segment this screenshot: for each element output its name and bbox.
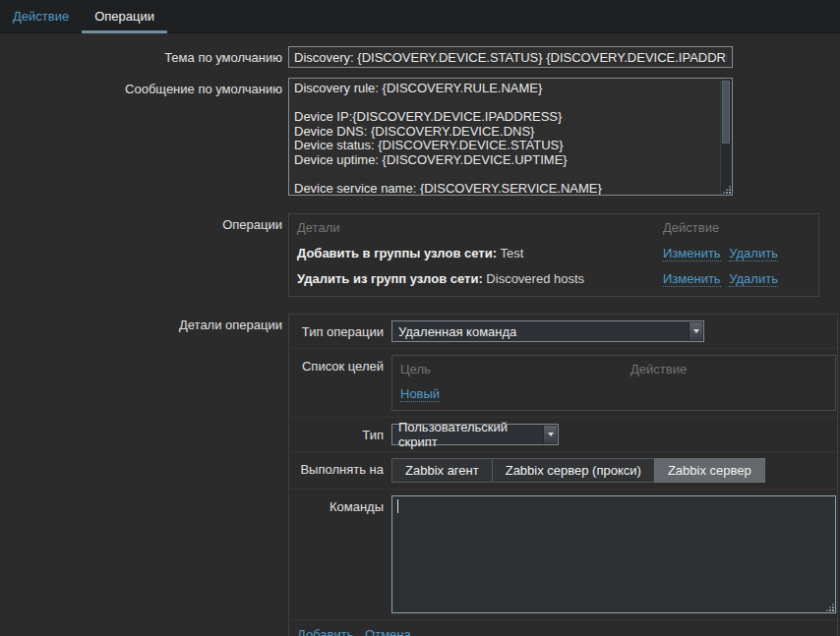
execute-on-zabbix-agent-button[interactable]: Zabbix агент xyxy=(391,458,492,483)
operations-row: Операции Детали Действие Добавить в груп… xyxy=(0,213,840,297)
table-row: Добавить в группы узлов сети: Test Измен… xyxy=(297,246,810,260)
resize-grip-icon[interactable] xyxy=(729,192,731,194)
execute-on-segmented-control: Zabbix агент Zabbix сервер (прокси) Zabb… xyxy=(391,458,765,483)
tab-action[interactable]: Действие xyxy=(0,0,82,32)
default-message-textarea[interactable]: Discovery rule: {DISCOVERY.RULE.NAME} De… xyxy=(288,78,733,196)
target-list-row: Список целей Цель Действие Новый xyxy=(289,348,837,417)
target-list-label: Список целей xyxy=(297,355,384,411)
remove-link[interactable]: Удалить xyxy=(729,271,778,287)
operation-name: Удалить из групп узлов сети: xyxy=(297,271,483,286)
default-message-row: Сообщение по умолчанию Discovery rule: {… xyxy=(0,78,840,196)
edit-link[interactable]: Изменить xyxy=(663,271,721,287)
remove-link[interactable]: Удалить xyxy=(729,246,778,261)
action-config-window: Действие Операции Тема по умолчанию Сооб… xyxy=(0,0,840,636)
dropdown-arrow-icon[interactable] xyxy=(543,426,557,443)
operations-table-header: Детали Действие xyxy=(297,220,810,235)
table-row: Удалить из групп узлов сети: Discovered … xyxy=(297,271,810,286)
default-message-label: Сообщение по умолчанию xyxy=(0,78,282,96)
type-selected-value: Пользовательский скрипт xyxy=(398,420,538,449)
default-subject-row: Тема по умолчанию xyxy=(0,46,840,68)
scrollbar-thumb[interactable] xyxy=(722,81,730,144)
execute-on-row: Выполнять на Zabbix агент Zabbix сервер … xyxy=(289,451,837,489)
operation-details-fieldset: Тип операции Удаленная команда Список це… xyxy=(288,314,838,636)
operation-type-label: Тип операции xyxy=(297,320,384,342)
type-select[interactable]: Пользовательский скрипт xyxy=(391,424,559,445)
operation-details-label: Детали операции xyxy=(0,314,282,332)
text-cursor xyxy=(397,499,398,513)
column-header-target-action: Действие xyxy=(630,362,687,376)
operation-type-select[interactable]: Удаленная команда xyxy=(391,320,704,342)
operations-table: Детали Действие Добавить в группы узлов … xyxy=(288,213,819,297)
column-header-details: Детали xyxy=(297,220,663,235)
scrollbar[interactable] xyxy=(720,79,732,195)
target-list-header: Цель Действие xyxy=(400,362,827,376)
column-header-target: Цель xyxy=(400,362,630,376)
execute-on-zabbix-server-proxy-button[interactable]: Zabbix сервер (прокси) xyxy=(492,458,654,483)
operation-name: Добавить в группы узлов сети: xyxy=(297,246,497,260)
tab-operations[interactable]: Операции xyxy=(82,0,167,32)
commands-row: Команды xyxy=(289,489,837,619)
fieldset-footer: Добавить Отмена xyxy=(289,619,837,636)
type-label: Тип xyxy=(297,424,384,445)
default-subject-label: Тема по умолчанию xyxy=(0,46,282,65)
edit-link[interactable]: Изменить xyxy=(663,246,721,261)
new-target-link[interactable]: Новый xyxy=(400,386,440,402)
operation-value: Test xyxy=(501,246,524,260)
column-header-action: Действие xyxy=(663,220,719,235)
dropdown-arrow-icon[interactable] xyxy=(689,322,702,340)
add-button[interactable]: Добавить xyxy=(297,627,353,636)
execute-on-zabbix-server-button[interactable]: Zabbix сервер xyxy=(654,458,765,483)
operations-label: Операции xyxy=(0,213,282,232)
target-list-table: Цель Действие Новый xyxy=(391,355,836,411)
operation-details-row: Детали операции Тип операции Удаленная к… xyxy=(0,314,840,636)
operation-value: Discovered hosts xyxy=(486,271,584,286)
commands-label: Команды xyxy=(297,495,384,613)
execute-on-label: Выполнять на xyxy=(297,458,384,483)
operation-type-row: Тип операции Удаленная команда xyxy=(289,315,837,348)
type-row: Тип Пользовательский скрипт xyxy=(289,417,837,451)
tab-bar: Действие Операции xyxy=(0,0,840,33)
default-subject-input[interactable] xyxy=(288,46,733,68)
commands-textarea[interactable] xyxy=(391,495,836,613)
resize-grip-icon[interactable] xyxy=(832,609,834,611)
operation-type-selected-value: Удаленная команда xyxy=(398,324,516,339)
cancel-button[interactable]: Отмена xyxy=(365,627,411,636)
